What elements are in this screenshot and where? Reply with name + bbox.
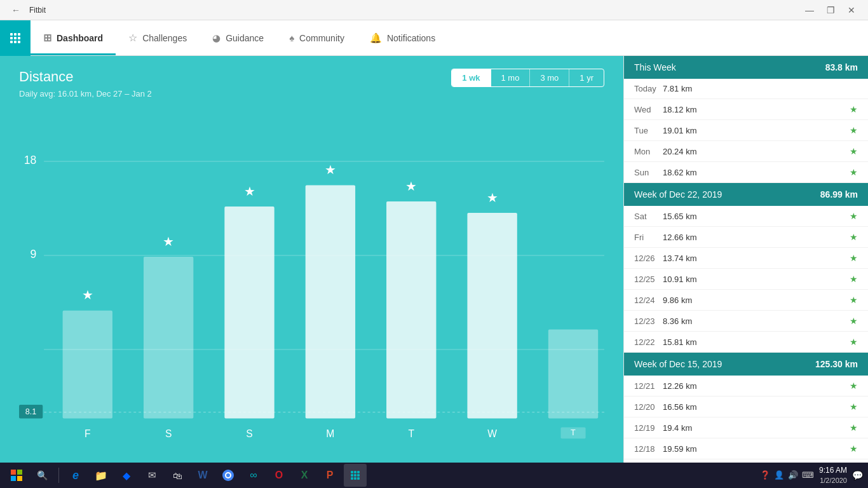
nav-items: ⊞ Dashboard ☆ Challenges ◕ Guidance ♠ Co… — [31, 20, 448, 55]
taskbar-store[interactable]: 🛍 — [166, 464, 189, 487]
distance-chart: 18 9 0 8.1 ★ F ★ S ★ S — [19, 111, 604, 463]
minimize-button[interactable]: — — [800, 4, 819, 17]
bar-today — [548, 329, 598, 418]
day-distance: 18.62 km — [663, 168, 850, 177]
svg-text:F: F — [85, 428, 91, 439]
day-row-1222[interactable]: 12/22 15.81 km ★ — [624, 332, 868, 353]
this-week-label: This Week — [634, 62, 676, 72]
help-icon[interactable]: ❓ — [760, 470, 770, 480]
taskbar-opera[interactable]: O — [268, 464, 290, 487]
day-label: Wed — [634, 105, 663, 114]
day-row-mon[interactable]: Mon 20.24 km ★ — [624, 141, 868, 162]
day-row-1218[interactable]: 12/18 19.59 km ★ — [624, 438, 868, 459]
nav-item-notifications[interactable]: 🔔 Notifications — [357, 20, 448, 55]
taskbar-word[interactable]: W — [191, 464, 214, 487]
period-3mo[interactable]: 3 mo — [530, 69, 569, 86]
period-1yr[interactable]: 1 yr — [569, 69, 604, 86]
chart-container: 18 9 0 8.1 ★ F ★ S ★ S — [19, 111, 604, 463]
star-icon: ★ — [850, 232, 858, 242]
taskbar-infinity[interactable]: ∞ — [242, 464, 265, 487]
nav-item-challenges[interactable]: ☆ Challenges — [116, 20, 200, 55]
day-distance: 12.26 km — [663, 381, 850, 391]
bar-tuesday — [386, 201, 436, 418]
taskbar-clock[interactable]: 9:16 AM 1/2/2020 — [819, 466, 847, 485]
taskbar-powerpoint[interactable]: P — [318, 464, 341, 487]
svg-text:S: S — [246, 428, 252, 439]
taskbar-chrome[interactable] — [217, 464, 240, 487]
community-icon: ♠ — [289, 32, 294, 43]
taskbar-dropbox[interactable]: ◆ — [115, 464, 138, 487]
svg-rect-1 — [14, 33, 17, 36]
day-row-fri[interactable]: Fri 12.66 km ★ — [624, 227, 868, 248]
nav-item-dashboard[interactable]: ⊞ Dashboard — [31, 20, 116, 55]
system-tray-icons: ❓ 👤 🔊 ⌨ — [760, 470, 814, 480]
day-row-1224[interactable]: 12/24 9.86 km ★ — [624, 290, 868, 311]
back-button[interactable]: ← — [8, 4, 24, 17]
svg-rect-32 — [11, 470, 16, 475]
keyboard-icon[interactable]: ⌨ — [802, 470, 814, 480]
user-icon[interactable]: 👤 — [774, 470, 784, 480]
day-row-1226[interactable]: 12/26 13.74 km ★ — [624, 248, 868, 269]
svg-rect-41 — [357, 471, 360, 473]
svg-rect-34 — [11, 476, 16, 481]
day-label: 12/18 — [634, 444, 663, 454]
day-distance: 19.59 km — [663, 444, 850, 454]
day-row-1225[interactable]: 12/25 10.91 km ★ — [624, 269, 868, 290]
star-icon: ★ — [850, 146, 858, 156]
period-1wk[interactable]: 1 wk — [452, 69, 491, 86]
taskbar-search[interactable]: 🔍 — [31, 464, 53, 487]
star-icon: ★ — [850, 316, 858, 326]
taskbar-excel[interactable]: X — [293, 464, 316, 487]
close-button[interactable]: ✕ — [843, 4, 860, 17]
taskbar-mail[interactable]: ✉ — [140, 464, 163, 487]
day-row-sat[interactable]: Sat 15.65 km ★ — [624, 206, 868, 227]
star-icon: ★ — [850, 253, 858, 263]
bar-monday — [306, 185, 355, 418]
start-button[interactable] — [5, 464, 28, 487]
period-1mo[interactable]: 1 mo — [491, 69, 531, 86]
nav-item-community[interactable]: ♠ Community — [276, 20, 357, 55]
day-distance: 19.01 km — [663, 126, 850, 135]
nav-challenges-label: Challenges — [142, 33, 187, 43]
day-distance: 10.91 km — [663, 274, 850, 284]
nav-item-guidance[interactable]: ◕ Guidance — [200, 20, 276, 55]
day-distance: 9.86 km — [663, 295, 850, 305]
svg-rect-6 — [10, 41, 13, 43]
day-label: Today — [634, 84, 663, 93]
volume-icon[interactable]: 🔊 — [788, 470, 798, 480]
svg-text:S: S — [165, 428, 172, 439]
dashboard-icon: ⊞ — [43, 32, 51, 44]
this-week-header: This Week 83.8 km — [624, 56, 868, 79]
day-row-wed[interactable]: Wed 18.12 km ★ — [624, 99, 868, 120]
day-label: 12/20 — [634, 402, 663, 412]
day-row-1219[interactable]: 12/19 19.4 km ★ — [624, 417, 868, 438]
nav-notifications-label: Notifications — [387, 33, 435, 43]
nav-logo[interactable] — [0, 20, 31, 56]
taskbar-explorer[interactable]: 📁 — [90, 464, 112, 487]
day-row-1220[interactable]: 12/20 16.56 km ★ — [624, 396, 868, 417]
day-row-tue[interactable]: Tue 19.01 km ★ — [624, 120, 868, 141]
taskbar-ie[interactable]: e — [64, 464, 87, 487]
svg-text:18: 18 — [24, 154, 37, 166]
day-label: Sat — [634, 212, 663, 221]
star-icon: ★ — [850, 274, 858, 284]
day-row-1223[interactable]: 12/23 8.36 km ★ — [624, 311, 868, 332]
maximize-button[interactable]: ❐ — [822, 4, 840, 17]
day-row-today[interactable]: Today 7.81 km — [624, 79, 868, 99]
bar-friday — [63, 311, 112, 419]
taskbar-fitbit[interactable] — [344, 464, 367, 487]
day-row-sun[interactable]: Sun 18.62 km ★ — [624, 162, 868, 183]
star-icon: ★ — [850, 402, 858, 412]
challenges-icon: ☆ — [128, 32, 137, 44]
bar-sunday — [224, 207, 274, 419]
day-distance: 13.74 km — [663, 254, 850, 263]
svg-rect-42 — [351, 474, 353, 477]
dec22-week-label: Week of Dec 22, 2019 — [634, 189, 722, 200]
svg-rect-8 — [18, 41, 20, 43]
day-label: Mon — [634, 147, 663, 156]
day-distance: 18.12 km — [663, 105, 850, 114]
notification-center-icon[interactable]: 💬 — [852, 470, 863, 480]
day-row-1221[interactable]: 12/21 12.26 km ★ — [624, 376, 868, 396]
svg-rect-35 — [17, 476, 22, 481]
chrome-icon — [222, 470, 234, 481]
